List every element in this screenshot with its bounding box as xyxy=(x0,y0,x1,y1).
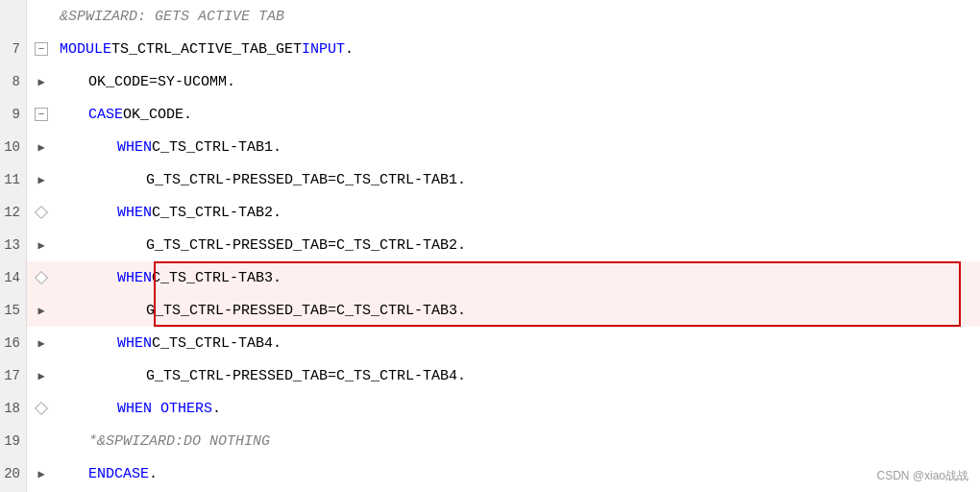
content-13: G_TS_CTRL-PRESSED_TAB = C_TS_CTRL-TAB2. xyxy=(56,229,980,261)
diamond-icon xyxy=(35,271,48,284)
watermark: CSDN @xiao战战 xyxy=(876,468,968,484)
line-num-14: 14 xyxy=(0,261,27,294)
token: G_TS_CTRL-PRESSED_TAB xyxy=(146,303,328,319)
token: C_TS_CTRL-TAB3 xyxy=(152,270,273,286)
content-6: &SPWIZARD: GETS ACTIVE TAB xyxy=(56,0,980,33)
collapse-icon[interactable]: − xyxy=(35,42,48,56)
token: . xyxy=(457,172,466,188)
gutter-20: ▶ xyxy=(27,457,56,490)
token: WHEN OTHERS xyxy=(117,401,212,417)
line-6: &SPWIZARD: GETS ACTIVE TAB xyxy=(0,0,980,33)
line-num-9: 9 xyxy=(0,98,27,131)
line-15: 15▶G_TS_CTRL-PRESSED_TAB = C_TS_CTRL-TAB… xyxy=(0,294,980,327)
token: . xyxy=(227,74,235,90)
content-16: WHEN C_TS_CTRL-TAB4. xyxy=(56,327,980,359)
gutter-15: ▶ xyxy=(27,294,56,327)
line-14: 14WHEN C_TS_CTRL-TAB3. xyxy=(0,261,980,294)
line-11: 11▶G_TS_CTRL-PRESSED_TAB = C_TS_CTRL-TAB… xyxy=(0,163,980,196)
line-num-13: 13 xyxy=(0,229,27,261)
token: OK_CODE xyxy=(123,107,184,123)
token: DO NOTHING xyxy=(184,433,270,450)
token: . xyxy=(273,205,282,221)
token: = xyxy=(328,368,336,384)
token: = xyxy=(328,172,336,188)
line-num-19: 19 xyxy=(0,425,27,457)
token: WHEN xyxy=(117,335,152,352)
token: G_TS_CTRL-PRESSED_TAB xyxy=(146,237,328,254)
token: . xyxy=(212,401,221,417)
token: C_TS_CTRL-TAB2 xyxy=(152,205,273,221)
token: . xyxy=(345,41,354,58)
token: . xyxy=(457,303,466,319)
token: SY-UCOMM xyxy=(158,74,227,90)
content-8: OK_CODE = SY-UCOMM. xyxy=(56,65,980,98)
line-num-16: 16 xyxy=(0,327,27,359)
content-18: WHEN OTHERS. xyxy=(56,392,980,425)
token: C_TS_CTRL-TAB1 xyxy=(336,172,457,188)
content-9: CASE OK_CODE. xyxy=(56,98,980,131)
gutter-8: ▶ xyxy=(27,65,56,98)
arrow-icon: ▶ xyxy=(37,173,44,187)
gutter-9: − xyxy=(27,98,56,131)
token: C_TS_CTRL-TAB2 xyxy=(336,237,457,254)
line-9: 9−CASE OK_CODE. xyxy=(0,98,980,131)
content-10: WHEN C_TS_CTRL-TAB1. xyxy=(56,131,980,163)
token: = xyxy=(328,303,336,319)
line-13: 13▶G_TS_CTRL-PRESSED_TAB = C_TS_CTRL-TAB… xyxy=(0,229,980,261)
arrow-icon: ▶ xyxy=(37,304,44,318)
arrow-icon: ▶ xyxy=(37,467,44,481)
content-11: G_TS_CTRL-PRESSED_TAB = C_TS_CTRL-TAB1. xyxy=(56,163,980,196)
diamond-icon xyxy=(35,402,48,415)
gutter-10: ▶ xyxy=(27,131,56,163)
token: CASE xyxy=(88,107,123,123)
line-12: 12WHEN C_TS_CTRL-TAB2. xyxy=(0,196,980,229)
code-editor: &SPWIZARD: GETS ACTIVE TAB 7−MODULE TS_C… xyxy=(0,0,980,492)
line-num-20: 20 xyxy=(0,457,27,490)
line-num-15: 15 xyxy=(0,294,27,327)
gutter-11: ▶ xyxy=(27,163,56,196)
token: . xyxy=(149,466,158,482)
line-16: 16▶WHEN C_TS_CTRL-TAB4. xyxy=(0,327,980,359)
arrow-icon: ▶ xyxy=(37,238,44,253)
token: C_TS_CTRL-TAB1 xyxy=(152,139,273,156)
gutter-6 xyxy=(27,0,56,33)
token: C_TS_CTRL-TAB3 xyxy=(336,303,457,319)
token: INPUT xyxy=(302,41,345,58)
token: *&SPWIZARD: xyxy=(88,433,184,450)
token: WHEN xyxy=(117,205,152,221)
line-20: 20▶ENDCASE. xyxy=(0,457,980,490)
arrow-icon: ▶ xyxy=(37,369,44,383)
arrow-icon: ▶ xyxy=(37,75,44,89)
token: TS_CTRL_ACTIVE_TAB_GET xyxy=(111,41,302,58)
gutter-17: ▶ xyxy=(27,359,56,392)
gutter-12 xyxy=(27,196,56,229)
line-num-12: 12 xyxy=(0,196,27,229)
gutter-14 xyxy=(27,261,56,294)
content-7: MODULE TS_CTRL_ACTIVE_TAB_GET INPUT. xyxy=(56,33,980,65)
token: . xyxy=(273,335,282,352)
arrow-icon: ▶ xyxy=(37,336,44,351)
line-num-11: 11 xyxy=(0,163,27,196)
token: G_TS_CTRL-PRESSED_TAB xyxy=(146,368,328,384)
top-comment: &SPWIZARD: GETS ACTIVE TAB xyxy=(60,9,284,25)
line-7: 7−MODULE TS_CTRL_ACTIVE_TAB_GET INPUT. xyxy=(0,33,980,65)
line-num-10: 10 xyxy=(0,131,27,163)
token: = xyxy=(149,74,158,90)
content-15: G_TS_CTRL-PRESSED_TAB = C_TS_CTRL-TAB3. xyxy=(56,294,980,327)
line-num-8: 8 xyxy=(0,65,27,98)
diamond-icon xyxy=(35,206,48,219)
collapse-icon[interactable]: − xyxy=(35,108,48,121)
gutter-19 xyxy=(27,425,56,457)
line-num-6 xyxy=(0,0,27,33)
content-12: WHEN C_TS_CTRL-TAB2. xyxy=(56,196,980,229)
gutter-7: − xyxy=(27,33,56,65)
line-18: 18WHEN OTHERS. xyxy=(0,392,980,425)
gutter-13: ▶ xyxy=(27,229,56,261)
line-num-7: 7 xyxy=(0,33,27,65)
content-14: WHEN C_TS_CTRL-TAB3. xyxy=(56,261,980,294)
token: C_TS_CTRL-TAB4 xyxy=(336,368,457,384)
token: . xyxy=(184,107,192,123)
line-num-17: 17 xyxy=(0,359,27,392)
content-19: *&SPWIZARD: DO NOTHING xyxy=(56,425,980,457)
arrow-icon: ▶ xyxy=(37,140,44,155)
